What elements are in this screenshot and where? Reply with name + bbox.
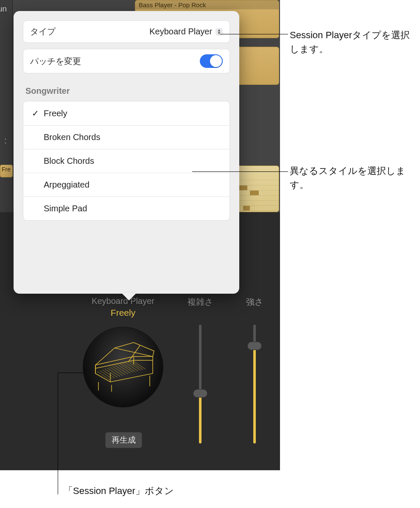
- complexity-label: 複雑さ: [188, 296, 213, 308]
- svg-line-9: [120, 364, 133, 372]
- intensity-slider[interactable]: [253, 325, 256, 443]
- intensity-label: 強さ: [242, 296, 267, 308]
- style-item-simple-pad[interactable]: Simple Pad: [23, 197, 230, 220]
- svg-line-7: [115, 365, 128, 374]
- regenerate-button[interactable]: 再生成: [105, 432, 142, 448]
- type-value: Keyboard Player: [149, 27, 212, 36]
- style-list: ✓ Freely Broken Chords Block Chords Arpe…: [23, 101, 230, 221]
- callout-style: 異なるスタイルを選択します。: [290, 164, 419, 192]
- style-item-broken-chords[interactable]: Broken Chords: [23, 126, 230, 149]
- svg-line-3: [105, 369, 118, 377]
- svg-line-13: [130, 361, 143, 370]
- session-player-popover: タイプ Keyboard Player ▲▼ パッチを変更 Songwriter…: [14, 11, 239, 294]
- region-fragment-left[interactable]: Fre: [0, 165, 13, 177]
- svg-line-2: [102, 370, 115, 378]
- svg-line-14: [133, 361, 146, 369]
- type-row: タイプ Keyboard Player ▲▼: [23, 20, 230, 43]
- svg-line-11: [125, 362, 138, 371]
- complexity-slider-group: 複雑さ: [188, 296, 213, 443]
- player-style-label: Freely: [74, 308, 172, 318]
- complexity-slider[interactable]: [199, 325, 202, 443]
- type-select[interactable]: Keyboard Player ▲▼: [149, 27, 223, 36]
- piano-icon: [91, 342, 155, 393]
- session-player-button[interactable]: [83, 327, 163, 407]
- intensity-slider-group: 強さ: [242, 296, 267, 443]
- change-patch-row: パッチを変更: [23, 49, 230, 73]
- svg-line-12: [128, 362, 140, 370]
- svg-line-6: [112, 366, 125, 375]
- section-title: Songwriter: [25, 86, 230, 96]
- style-item-freely[interactable]: ✓ Freely: [23, 101, 230, 126]
- check-icon: ✓: [29, 108, 41, 118]
- svg-line-4: [107, 368, 120, 376]
- svg-line-5: [110, 367, 123, 376]
- callout-type: Session Playerタイプを選択します。: [290, 28, 417, 56]
- svg-line-8: [118, 365, 130, 373]
- style-item-arpeggiated[interactable]: Arpeggiated: [23, 173, 230, 197]
- style-item-block-chords[interactable]: Block Chords: [23, 149, 230, 173]
- type-label: タイプ: [30, 26, 56, 37]
- change-patch-toggle[interactable]: [200, 54, 223, 68]
- change-patch-label: パッチを変更: [30, 56, 81, 67]
- region-title: Bass Player - Pop Rock: [135, 0, 279, 9]
- track-header-column: un :: [0, 0, 13, 212]
- callout-session-player-button: 「Session Player」ボタン: [64, 484, 276, 498]
